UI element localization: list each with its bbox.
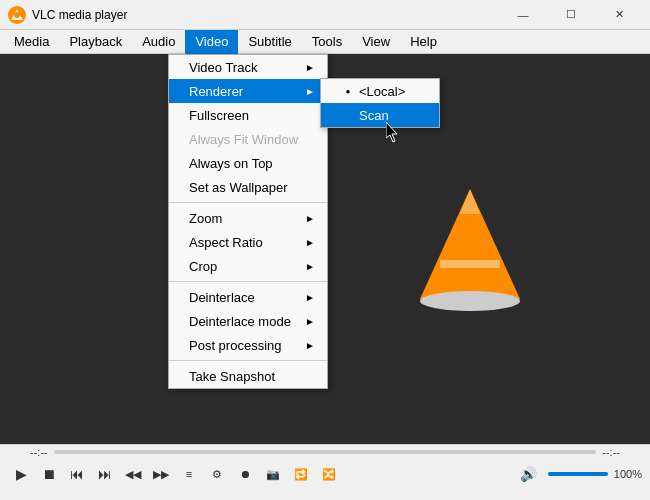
time-end: --:-- [602,446,620,458]
snapshot-button[interactable]: 📷 [260,461,286,487]
next-button[interactable]: ⏭ [92,461,118,487]
menu-video-track[interactable]: Video Track ► [169,55,327,79]
svg-point-6 [420,291,520,311]
arrow-right-icon: ► [305,213,315,224]
arrow-right-icon: ► [305,340,315,351]
minimize-button[interactable]: — [500,0,546,30]
record-button[interactable]: ⏺ [232,461,258,487]
progress-track[interactable] [54,450,597,454]
menu-fullscreen[interactable]: Fullscreen [169,103,327,127]
renderer-scan[interactable]: Scan [321,103,439,127]
loop-button[interactable]: 🔁 [288,461,314,487]
separator-3 [169,360,327,361]
maximize-button[interactable]: ☐ [548,0,594,30]
separator-2 [169,281,327,282]
menu-tools[interactable]: Tools [302,30,352,54]
volume-fill [548,472,608,476]
menu-set-as-wallpaper[interactable]: Set as Wallpaper [169,175,327,199]
menu-deinterlace[interactable]: Deinterlace ► [169,285,327,309]
volume-label: 100% [614,468,642,480]
arrow-right-icon: ► [305,292,315,303]
menu-audio[interactable]: Audio [132,30,185,54]
menu-deinterlace-mode[interactable]: Deinterlace mode ► [169,309,327,333]
menu-aspect-ratio[interactable]: Aspect Ratio ► [169,230,327,254]
stop-button[interactable]: ⏹ [36,461,62,487]
title-bar: VLC media player — ☐ ✕ [0,0,650,30]
menu-always-on-top[interactable]: Always on Top [169,151,327,175]
renderer-submenu: ● <Local> Scan [320,78,440,128]
menu-subtitle[interactable]: Subtitle [238,30,301,54]
video-dropdown-menu: Video Track ► Renderer ► Fullscreen Alwa… [168,54,328,389]
menu-zoom[interactable]: Zoom ► [169,206,327,230]
close-button[interactable]: ✕ [596,0,642,30]
menu-take-snapshot[interactable]: Take Snapshot [169,364,327,388]
svg-point-2 [14,12,20,18]
menu-renderer[interactable]: Renderer ► [169,79,327,103]
separator-1 [169,202,327,203]
menu-view[interactable]: View [352,30,400,54]
fast-button[interactable]: ▶▶ [148,461,174,487]
slow-button[interactable]: ◀◀ [120,461,146,487]
play-button[interactable]: ▶ [8,461,34,487]
menu-playback[interactable]: Playback [59,30,132,54]
app-icon [8,6,26,24]
menu-media[interactable]: Media [4,30,59,54]
prev-button[interactable]: ⏮ [64,461,90,487]
menu-bar: Media Playback Audio Video Subtitle Tool… [0,30,650,54]
menu-help[interactable]: Help [400,30,447,54]
bottom-bar: --:-- --:-- ▶ ⏹ ⏮ ⏭ ◀◀ ▶▶ ≡ ⚙ ⏺ 📷 🔁 🔀 🔊 … [0,444,650,500]
time-start: --:-- [30,446,48,458]
vlc-cone [410,179,530,319]
menu-always-fit-window: Always Fit Window [169,127,327,151]
arrow-right-icon: ► [305,316,315,327]
arrow-right-icon: ► [305,237,315,248]
extended-settings[interactable]: ⚙ [204,461,230,487]
menu-crop[interactable]: Crop ► [169,254,327,278]
arrow-right-icon: ► [305,62,315,73]
svg-marker-4 [460,189,480,214]
window-title: VLC media player [32,8,500,22]
menu-post-processing[interactable]: Post processing ► [169,333,327,357]
toggle-playlist[interactable]: ≡ [176,461,202,487]
menu-video[interactable]: Video [185,30,238,54]
arrow-right-icon: ► [305,86,315,97]
window-controls: — ☐ ✕ [500,0,642,30]
mute-button[interactable]: 🔊 [516,461,542,487]
controls-row: ▶ ⏹ ⏮ ⏭ ◀◀ ▶▶ ≡ ⚙ ⏺ 📷 🔁 🔀 🔊 100% [0,459,650,489]
random-button[interactable]: 🔀 [316,461,342,487]
renderer-local[interactable]: ● <Local> [321,79,439,103]
progress-container: --:-- --:-- [0,445,650,459]
arrow-right-icon: ► [305,261,315,272]
volume-bar[interactable] [548,472,608,476]
dot-icon: ● [341,87,355,96]
